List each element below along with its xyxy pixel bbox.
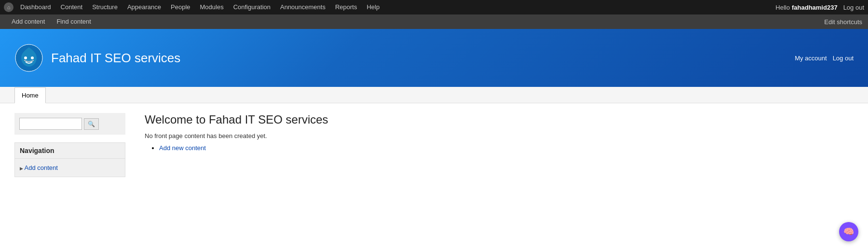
toolbar-right: Hello fahadhamid237 Log out: [775, 4, 864, 11]
toolbar-configuration[interactable]: Configuration: [229, 0, 275, 14]
search-box: 🔍: [14, 113, 125, 135]
search-input[interactable]: [19, 118, 82, 130]
toolbar-reports[interactable]: Reports: [330, 0, 362, 14]
shortcut-find-content[interactable]: Find content: [51, 14, 97, 29]
main-content: Welcome to Fahad IT SEO services No fron…: [135, 113, 854, 177]
content-links: Add new content: [145, 144, 844, 152]
svg-point-2: [31, 56, 34, 59]
no-content-message: No front page content has been created y…: [145, 132, 844, 139]
site-name: Fahad IT SEO services: [51, 51, 180, 66]
drupal-logo: [14, 43, 43, 72]
username-label: fahadhamid237: [792, 4, 838, 11]
list-item: Add new content: [159, 144, 844, 152]
my-account-link[interactable]: My account: [795, 55, 827, 62]
sidebar: 🔍 Navigation Add content: [14, 113, 125, 177]
navigation-list: Add content: [15, 159, 125, 177]
toolbar-content[interactable]: Content: [56, 0, 88, 14]
toolbar-dashboard[interactable]: Dashboard: [15, 0, 56, 14]
header-logout-link[interactable]: Log out: [833, 55, 854, 62]
toolbar-people[interactable]: People: [166, 0, 195, 14]
nav-add-content-link[interactable]: Add content: [25, 164, 58, 171]
main-nav: Home: [0, 87, 868, 103]
svg-point-1: [24, 56, 27, 59]
bottom-right-widget[interactable]: 🧠: [839, 222, 858, 241]
toolbar-appearance[interactable]: Appearance: [122, 0, 166, 14]
toolbar-menu: Dashboard Content Structure Appearance P…: [15, 0, 775, 14]
list-item: Add content: [20, 163, 120, 173]
navigation-block: Navigation Add content: [14, 142, 125, 177]
toolbar-modules[interactable]: Modules: [195, 0, 229, 14]
tab-home[interactable]: Home: [14, 87, 46, 103]
edit-shortcuts-link[interactable]: Edit shortcuts: [824, 18, 862, 26]
shortcuts-bar: Add content Find content Edit shortcuts: [0, 14, 868, 29]
add-new-content-link[interactable]: Add new content: [159, 144, 206, 152]
search-button[interactable]: 🔍: [84, 118, 99, 130]
hello-text: Hello: [775, 4, 790, 11]
site-header: Fahad IT SEO services My account Log out: [0, 29, 868, 87]
page-title: Welcome to Fahad IT SEO services: [145, 113, 844, 126]
admin-toolbar: ⌂ Dashboard Content Structure Appearance…: [0, 0, 868, 14]
toolbar-help[interactable]: Help: [362, 0, 384, 14]
site-branding: Fahad IT SEO services: [14, 43, 180, 72]
header-right: My account Log out: [795, 55, 854, 62]
content-area: 🔍 Navigation Add content Welcome to Faha…: [0, 103, 868, 187]
home-icon[interactable]: ⌂: [4, 2, 14, 12]
shortcut-links: Add content Find content: [6, 14, 97, 29]
toolbar-logout[interactable]: Log out: [843, 4, 864, 11]
navigation-title: Navigation: [15, 143, 125, 159]
toolbar-structure[interactable]: Structure: [87, 0, 122, 14]
toolbar-announcements[interactable]: Announcements: [275, 0, 330, 14]
shortcut-add-content[interactable]: Add content: [6, 14, 51, 29]
